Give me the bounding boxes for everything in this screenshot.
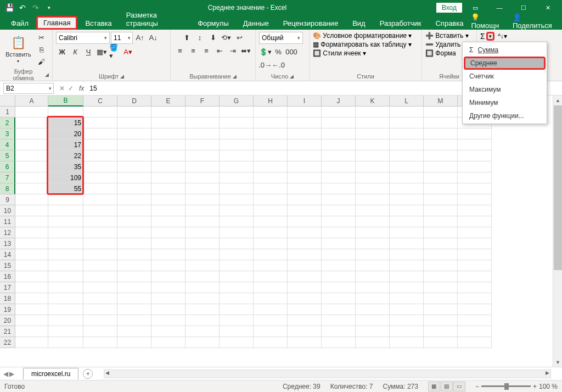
cell[interactable] — [151, 183, 186, 194]
cell[interactable] — [322, 282, 356, 293]
align-middle-icon[interactable]: ↕ — [194, 32, 206, 43]
cell[interactable] — [220, 205, 254, 216]
cell[interactable] — [48, 107, 83, 117]
cell[interactable] — [48, 271, 83, 282]
cell[interactable] — [390, 249, 424, 260]
cell[interactable] — [356, 139, 390, 150]
cell[interactable] — [322, 216, 356, 227]
autosum-icon[interactable]: Σ — [480, 32, 485, 41]
cell[interactable] — [83, 161, 117, 172]
cell[interactable] — [186, 161, 220, 172]
cell[interactable] — [356, 249, 390, 260]
select-all-corner[interactable] — [0, 96, 15, 107]
cell[interactable] — [151, 194, 186, 205]
cell[interactable] — [83, 172, 117, 183]
qat-dropdown-icon[interactable]: ▾ — [44, 3, 54, 13]
cell[interactable] — [83, 337, 117, 348]
cell[interactable] — [48, 249, 83, 260]
cell[interactable] — [356, 238, 390, 249]
cell[interactable] — [151, 326, 186, 337]
zoom-slider[interactable] — [481, 385, 531, 387]
fill-color-icon[interactable]: 🪣▾ — [109, 46, 121, 57]
cell[interactable] — [356, 161, 390, 172]
cell[interactable] — [322, 183, 356, 194]
cell[interactable] — [288, 260, 322, 271]
cell[interactable] — [186, 238, 220, 249]
cell[interactable] — [356, 315, 390, 326]
cell[interactable] — [288, 128, 322, 139]
underline-icon[interactable]: Ч — [82, 46, 94, 57]
cell[interactable] — [83, 139, 117, 150]
cell[interactable] — [220, 271, 254, 282]
cell[interactable] — [424, 304, 458, 315]
cell[interactable] — [254, 249, 288, 260]
cell[interactable] — [322, 227, 356, 238]
sheet-tab[interactable]: microexcel.ru — [23, 368, 78, 379]
cell[interactable] — [15, 260, 48, 271]
cell[interactable] — [390, 238, 424, 249]
cell[interactable] — [458, 150, 492, 161]
insert-cells-button[interactable]: ➕ Вставить ▾ — [425, 32, 469, 40]
cell[interactable] — [390, 161, 424, 172]
cell[interactable] — [48, 194, 83, 205]
cell[interactable] — [356, 293, 390, 304]
cell[interactable] — [458, 161, 492, 172]
increase-font-icon[interactable]: A↑ — [134, 32, 146, 43]
cell[interactable]: 35 — [48, 161, 83, 172]
cell[interactable] — [254, 337, 288, 348]
cell[interactable] — [117, 172, 151, 183]
cell[interactable] — [322, 139, 356, 150]
cell[interactable] — [186, 282, 220, 293]
format-painter-icon[interactable]: 🖌 — [36, 56, 48, 67]
row-header[interactable]: 14 — [0, 249, 15, 260]
fx-icon[interactable]: fx — [77, 85, 86, 92]
cell[interactable] — [15, 161, 48, 172]
cell[interactable] — [117, 150, 151, 161]
cell[interactable] — [117, 128, 151, 139]
cell[interactable] — [83, 315, 117, 326]
cell[interactable] — [83, 293, 117, 304]
cell[interactable] — [220, 282, 254, 293]
cell[interactable] — [356, 150, 390, 161]
format-as-table-button[interactable]: ▦ Форматировать как таблицу ▾ — [313, 41, 412, 48]
cell[interactable] — [254, 128, 288, 139]
cell[interactable] — [186, 107, 220, 117]
tab-insert[interactable]: Вставка — [78, 17, 118, 30]
cell[interactable] — [356, 216, 390, 227]
cell[interactable] — [186, 139, 220, 150]
cell[interactable] — [151, 271, 186, 282]
cell[interactable] — [254, 271, 288, 282]
cell[interactable] — [15, 227, 48, 238]
cell[interactable] — [424, 249, 458, 260]
cell[interactable] — [288, 227, 322, 238]
cell[interactable] — [322, 326, 356, 337]
tab-formulas[interactable]: Формулы — [191, 17, 235, 30]
cell[interactable] — [390, 326, 424, 337]
cell[interactable] — [424, 282, 458, 293]
tab-view[interactable]: Вид — [346, 17, 372, 30]
cell[interactable] — [288, 293, 322, 304]
cell[interactable]: 22 — [48, 150, 83, 161]
cell[interactable] — [117, 227, 151, 238]
cell[interactable] — [83, 183, 117, 194]
cell[interactable] — [322, 238, 356, 249]
cell[interactable] — [220, 107, 254, 117]
column-header[interactable]: F — [186, 96, 220, 107]
cell[interactable] — [390, 150, 424, 161]
cell[interactable] — [424, 183, 458, 194]
cell[interactable] — [356, 107, 390, 117]
cancel-formula-icon[interactable]: ✕ — [59, 85, 65, 92]
row-header[interactable]: 10 — [0, 205, 15, 216]
cell[interactable] — [220, 183, 254, 194]
wrap-text-icon[interactable]: ↩ — [233, 32, 245, 43]
cell[interactable] — [424, 260, 458, 271]
cell[interactable] — [48, 293, 83, 304]
cell[interactable] — [288, 205, 322, 216]
cell[interactable] — [15, 271, 48, 282]
cell[interactable] — [117, 139, 151, 150]
cell[interactable] — [356, 304, 390, 315]
dd-more-functions[interactable]: Другие функции... — [463, 109, 547, 122]
format-cells-button[interactable]: 🔲 Форма — [425, 49, 456, 57]
cell[interactable] — [117, 282, 151, 293]
horizontal-scrollbar[interactable]: ◀ ▶ — [104, 369, 551, 378]
